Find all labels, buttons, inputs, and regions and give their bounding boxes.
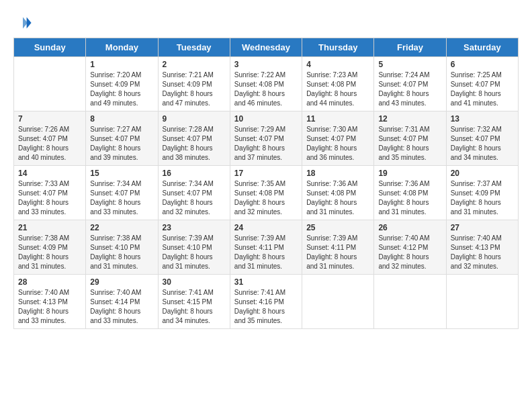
day-cell: 12Sunrise: 7:31 AMSunset: 4:07 PMDayligh…: [374, 111, 446, 166]
col-header-tuesday: Tuesday: [158, 38, 230, 57]
day-number: 6: [451, 60, 514, 69]
day-number: 19: [378, 169, 441, 178]
day-info: Sunrise: 7:37 AMSunset: 4:09 PMDaylight:…: [451, 179, 514, 217]
day-number: 31: [234, 277, 298, 287]
day-number: 20: [451, 169, 514, 178]
day-number: 27: [451, 223, 514, 232]
day-cell: 18Sunrise: 7:36 AMSunset: 4:08 PMDayligh…: [302, 166, 374, 220]
day-cell: 21Sunrise: 7:38 AMSunset: 4:09 PMDayligh…: [14, 220, 86, 275]
day-number: 24: [234, 223, 298, 232]
day-info: Sunrise: 7:40 AMSunset: 4:13 PMDaylight:…: [18, 288, 81, 326]
day-cell: 7Sunrise: 7:26 AMSunset: 4:07 PMDaylight…: [14, 111, 86, 166]
day-info: Sunrise: 7:34 AMSunset: 4:07 PMDaylight:…: [90, 179, 153, 217]
col-header-saturday: Saturday: [446, 38, 518, 57]
day-info: Sunrise: 7:26 AMSunset: 4:07 PMDaylight:…: [18, 125, 81, 163]
day-cell: 4Sunrise: 7:23 AMSunset: 4:08 PMDaylight…: [302, 57, 374, 111]
day-info: Sunrise: 7:38 AMSunset: 4:09 PMDaylight:…: [18, 234, 81, 271]
col-header-monday: Monday: [86, 38, 158, 57]
day-number: 14: [18, 169, 81, 178]
week-row-4: 21Sunrise: 7:38 AMSunset: 4:09 PMDayligh…: [14, 220, 519, 275]
day-number: 26: [378, 223, 441, 232]
day-number: 17: [234, 169, 298, 178]
day-number: 28: [18, 277, 81, 287]
day-cell: 30Sunrise: 7:41 AMSunset: 4:15 PMDayligh…: [158, 275, 230, 329]
day-number: 22: [90, 223, 153, 232]
day-info: Sunrise: 7:41 AMSunset: 4:15 PMDaylight:…: [163, 288, 226, 326]
day-number: 16: [163, 169, 226, 178]
week-row-3: 14Sunrise: 7:33 AMSunset: 4:07 PMDayligh…: [14, 166, 519, 220]
day-info: Sunrise: 7:41 AMSunset: 4:16 PMDaylight:…: [234, 288, 298, 326]
day-info: Sunrise: 7:22 AMSunset: 4:08 PMDaylight:…: [234, 71, 298, 108]
day-cell: 27Sunrise: 7:40 AMSunset: 4:13 PMDayligh…: [446, 220, 518, 275]
col-header-thursday: Thursday: [302, 38, 374, 57]
day-number: 4: [306, 60, 369, 69]
day-cell: 5Sunrise: 7:24 AMSunset: 4:07 PMDaylight…: [374, 57, 446, 111]
day-cell: [374, 275, 446, 329]
day-info: Sunrise: 7:32 AMSunset: 4:07 PMDaylight:…: [451, 125, 514, 163]
day-number: 25: [306, 223, 369, 232]
day-cell: 14Sunrise: 7:33 AMSunset: 4:07 PMDayligh…: [14, 166, 86, 220]
day-info: Sunrise: 7:24 AMSunset: 4:07 PMDaylight:…: [378, 71, 441, 108]
day-number: 30: [163, 277, 226, 287]
day-number: 21: [18, 223, 81, 232]
day-cell: 3Sunrise: 7:22 AMSunset: 4:08 PMDaylight…: [230, 57, 302, 111]
day-cell: 6Sunrise: 7:25 AMSunset: 4:07 PMDaylight…: [446, 57, 518, 111]
day-info: Sunrise: 7:40 AMSunset: 4:13 PMDaylight:…: [451, 234, 514, 271]
day-cell: 31Sunrise: 7:41 AMSunset: 4:16 PMDayligh…: [230, 275, 302, 329]
day-cell: 16Sunrise: 7:34 AMSunset: 4:07 PMDayligh…: [158, 166, 230, 220]
day-cell: [302, 275, 374, 329]
calendar-header: SundayMondayTuesdayWednesdayThursdayFrid…: [14, 38, 519, 57]
day-cell: 2Sunrise: 7:21 AMSunset: 4:09 PMDaylight…: [158, 57, 230, 111]
day-number: 2: [163, 60, 226, 69]
day-cell: 19Sunrise: 7:36 AMSunset: 4:08 PMDayligh…: [374, 166, 446, 220]
day-cell: 26Sunrise: 7:40 AMSunset: 4:12 PMDayligh…: [374, 220, 446, 275]
day-info: Sunrise: 7:40 AMSunset: 4:14 PMDaylight:…: [90, 288, 153, 326]
day-info: Sunrise: 7:33 AMSunset: 4:07 PMDaylight:…: [18, 179, 81, 217]
day-cell: 22Sunrise: 7:38 AMSunset: 4:10 PMDayligh…: [86, 220, 158, 275]
week-row-5: 28Sunrise: 7:40 AMSunset: 4:13 PMDayligh…: [14, 275, 519, 329]
logo: [13, 13, 34, 32]
header-row: SundayMondayTuesdayWednesdayThursdayFrid…: [14, 38, 519, 57]
day-cell: 20Sunrise: 7:37 AMSunset: 4:09 PMDayligh…: [446, 166, 518, 220]
day-number: 3: [234, 60, 298, 69]
day-cell: [446, 275, 518, 329]
day-number: 12: [378, 114, 441, 124]
day-info: Sunrise: 7:40 AMSunset: 4:12 PMDaylight:…: [378, 234, 441, 271]
day-number: 13: [451, 114, 514, 124]
day-number: 23: [163, 223, 226, 232]
day-info: Sunrise: 7:39 AMSunset: 4:11 PMDaylight:…: [234, 234, 298, 271]
day-cell: 25Sunrise: 7:39 AMSunset: 4:11 PMDayligh…: [302, 220, 374, 275]
col-header-friday: Friday: [374, 38, 446, 57]
day-cell: 1Sunrise: 7:20 AMSunset: 4:09 PMDaylight…: [86, 57, 158, 111]
logo-icon: [13, 13, 32, 32]
col-header-wednesday: Wednesday: [230, 38, 302, 57]
day-cell: 15Sunrise: 7:34 AMSunset: 4:07 PMDayligh…: [86, 166, 158, 220]
day-number: 11: [306, 114, 369, 124]
day-number: 15: [90, 169, 153, 178]
day-info: Sunrise: 7:31 AMSunset: 4:07 PMDaylight:…: [378, 125, 441, 163]
page-header: [13, 13, 519, 32]
day-info: Sunrise: 7:27 AMSunset: 4:07 PMDaylight:…: [90, 125, 153, 163]
day-info: Sunrise: 7:29 AMSunset: 4:07 PMDaylight:…: [234, 125, 298, 163]
day-number: 10: [234, 114, 298, 124]
day-info: Sunrise: 7:38 AMSunset: 4:10 PMDaylight:…: [90, 234, 153, 271]
day-number: 7: [18, 114, 81, 124]
day-info: Sunrise: 7:23 AMSunset: 4:08 PMDaylight:…: [306, 71, 369, 108]
day-info: Sunrise: 7:30 AMSunset: 4:07 PMDaylight:…: [306, 125, 369, 163]
day-cell: 9Sunrise: 7:28 AMSunset: 4:07 PMDaylight…: [158, 111, 230, 166]
col-header-sunday: Sunday: [14, 38, 86, 57]
day-number: 9: [163, 114, 226, 124]
day-info: Sunrise: 7:20 AMSunset: 4:09 PMDaylight:…: [90, 71, 153, 108]
day-cell: 17Sunrise: 7:35 AMSunset: 4:08 PMDayligh…: [230, 166, 302, 220]
day-number: 8: [90, 114, 153, 124]
day-cell: 29Sunrise: 7:40 AMSunset: 4:14 PMDayligh…: [86, 275, 158, 329]
day-info: Sunrise: 7:35 AMSunset: 4:08 PMDaylight:…: [234, 179, 298, 217]
day-number: 29: [90, 277, 153, 287]
day-cell: 23Sunrise: 7:39 AMSunset: 4:10 PMDayligh…: [158, 220, 230, 275]
day-info: Sunrise: 7:25 AMSunset: 4:07 PMDaylight:…: [451, 71, 514, 108]
day-info: Sunrise: 7:34 AMSunset: 4:07 PMDaylight:…: [163, 179, 226, 217]
day-number: 5: [378, 60, 441, 69]
calendar-table: SundayMondayTuesdayWednesdayThursdayFrid…: [13, 38, 519, 329]
day-cell: 24Sunrise: 7:39 AMSunset: 4:11 PMDayligh…: [230, 220, 302, 275]
day-number: 1: [90, 60, 153, 69]
